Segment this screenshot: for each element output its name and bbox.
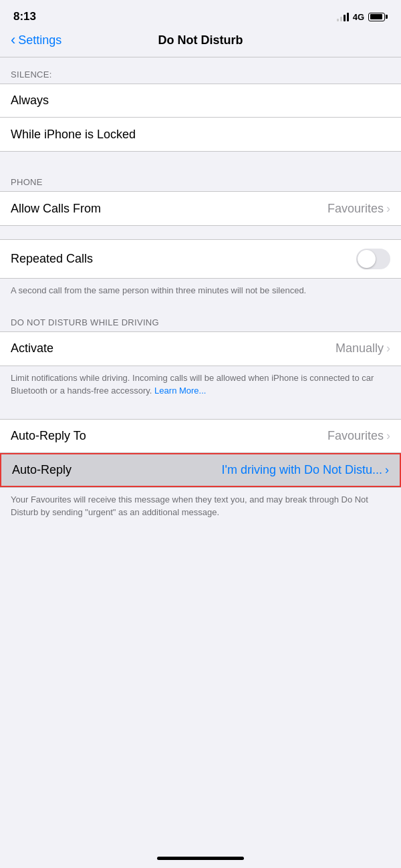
repeated-calls-label: Repeated Calls	[11, 252, 93, 266]
activate-value-text: Manually	[336, 341, 384, 355]
back-button[interactable]: ‹ Settings	[11, 33, 78, 47]
always-row[interactable]: Always	[0, 84, 401, 118]
phone-section-header: PHONE	[0, 165, 401, 191]
status-time: 8:13	[13, 10, 36, 23]
learn-more-link[interactable]: Learn More...	[154, 386, 206, 396]
home-indicator	[157, 857, 244, 860]
repeated-calls-description: A second call from the same person withi…	[0, 279, 401, 305]
silence-group: Always While iPhone is Locked	[0, 84, 401, 152]
auto-reply-chevron-icon: ›	[385, 463, 389, 477]
while-locked-row[interactable]: While iPhone is Locked	[0, 118, 401, 151]
auto-reply-description: Your Favourites will receive this messag…	[0, 488, 401, 527]
silence-section-header: SILENCE:	[0, 57, 401, 84]
repeated-calls-group: Repeated Calls	[0, 239, 401, 279]
allow-calls-label: Allow Calls From	[11, 202, 101, 216]
auto-reply-to-label: Auto-Reply To	[11, 429, 86, 443]
activate-label: Activate	[11, 341, 53, 355]
phone-group: Allow Calls From Favourites ›	[0, 191, 401, 226]
allow-calls-value-text: Favourites	[327, 202, 384, 216]
content: SILENCE: Always While iPhone is Locked P…	[0, 57, 401, 527]
spacer-1	[0, 152, 401, 165]
status-icons: 4G	[337, 12, 388, 22]
activate-chevron-icon: ›	[386, 341, 390, 355]
allow-calls-value: Favourites ›	[327, 202, 390, 216]
activate-value: Manually ›	[336, 341, 390, 355]
allow-calls-chevron-icon: ›	[386, 202, 390, 216]
while-locked-label: While iPhone is Locked	[11, 128, 136, 142]
signal-bars-icon	[337, 12, 349, 21]
spacer-2	[0, 226, 401, 239]
auto-reply-value: I'm driving with Do Not Distu... ›	[221, 463, 389, 477]
auto-reply-to-value-text: Favourites	[327, 429, 384, 443]
driving-description: Limit notifications while driving. Incom…	[0, 366, 401, 406]
toggle-thumb	[358, 250, 376, 268]
repeated-calls-toggle[interactable]	[356, 249, 390, 269]
spacer-3	[0, 406, 401, 419]
driving-section-header: DO NOT DISTURB WHILE DRIVING	[0, 305, 401, 331]
repeated-calls-row[interactable]: Repeated Calls	[0, 240, 401, 278]
auto-reply-to-row[interactable]: Auto-Reply To Favourites ›	[0, 420, 401, 453]
auto-reply-row[interactable]: Auto-Reply I'm driving with Do Not Distu…	[0, 453, 401, 487]
network-type: 4G	[353, 12, 364, 22]
allow-calls-row[interactable]: Allow Calls From Favourites ›	[0, 192, 401, 225]
status-bar: 8:13 4G	[0, 0, 401, 29]
back-chevron-icon: ‹	[11, 33, 15, 47]
battery-icon	[368, 13, 388, 21]
always-label: Always	[11, 94, 49, 108]
auto-reply-to-chevron-icon: ›	[386, 429, 390, 443]
activate-row[interactable]: Activate Manually ›	[0, 332, 401, 366]
page-title: Do Not Disturb	[78, 33, 323, 47]
auto-reply-value-text: I'm driving with Do Not Distu...	[221, 463, 382, 477]
driving-group: Activate Manually ›	[0, 331, 401, 366]
auto-reply-to-value: Favourites ›	[327, 429, 390, 443]
auto-reply-group: Auto-Reply To Favourites › Auto-Reply I'…	[0, 419, 401, 488]
back-label: Settings	[18, 33, 61, 47]
auto-reply-label: Auto-Reply	[12, 463, 72, 477]
nav-bar: ‹ Settings Do Not Disturb	[0, 29, 401, 57]
